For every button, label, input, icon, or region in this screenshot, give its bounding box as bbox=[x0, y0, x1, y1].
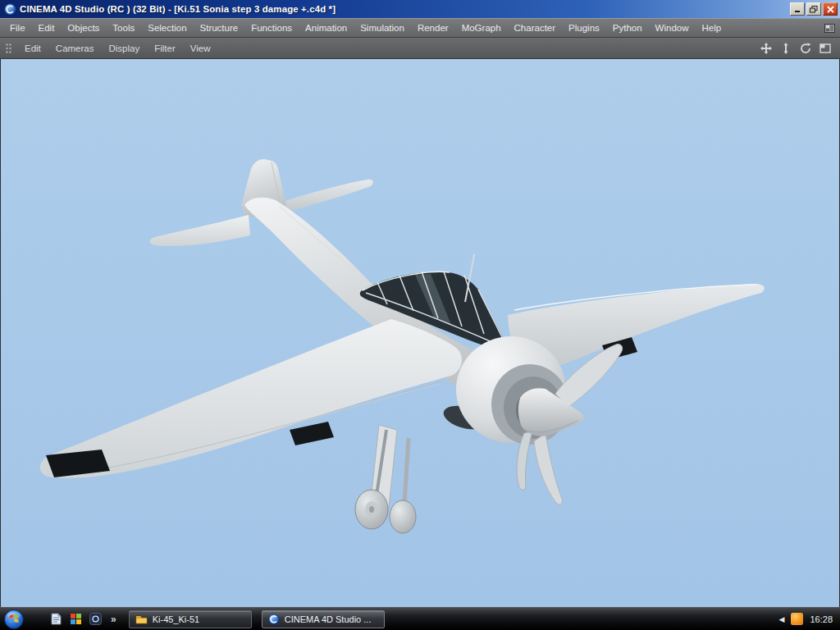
viewport-pan-icon[interactable] bbox=[759, 41, 773, 55]
taskbar: » Ki-45_Ki-51 CINEMA 4D Studio ... ◀ 16:… bbox=[0, 607, 840, 630]
menu-file[interactable]: File bbox=[3, 20, 32, 36]
menu-help[interactable]: Help bbox=[696, 20, 728, 36]
quick-launch-colored-app-icon[interactable] bbox=[69, 612, 83, 626]
menu-python[interactable]: Python bbox=[606, 20, 649, 36]
menu-simulation[interactable]: Simulation bbox=[354, 20, 411, 36]
viewport-menu-bar: Edit Cameras Display Filter View bbox=[0, 38, 840, 59]
menu-selection[interactable]: Selection bbox=[141, 20, 193, 36]
menu-objects[interactable]: Objects bbox=[61, 20, 106, 36]
aircraft-left-wing bbox=[40, 319, 462, 478]
vp-menu-display[interactable]: Display bbox=[101, 40, 147, 57]
quick-launch-overflow-icon[interactable]: » bbox=[108, 614, 119, 625]
quick-launch-document-icon[interactable] bbox=[49, 612, 63, 626]
menu-structure[interactable]: Structure bbox=[194, 20, 245, 36]
vp-menu-edit[interactable]: Edit bbox=[17, 40, 48, 57]
menu-plugins[interactable]: Plugins bbox=[562, 20, 606, 36]
close-button[interactable] bbox=[823, 2, 838, 16]
vp-menu-filter[interactable]: Filter bbox=[147, 40, 183, 57]
menu-functions[interactable]: Functions bbox=[244, 20, 299, 36]
viewport-toggle-icon[interactable] bbox=[818, 41, 832, 55]
minimize-button[interactable] bbox=[790, 2, 805, 16]
task-label: CINEMA 4D Studio ... bbox=[285, 614, 372, 624]
viewport-controls bbox=[759, 41, 835, 55]
taskbar-item-cinema4d[interactable]: CINEMA 4D Studio ... bbox=[262, 610, 385, 628]
taskbar-item-folder[interactable]: Ki-45_Ki-51 bbox=[129, 610, 252, 628]
main-menu-bar: File Edit Objects Tools Selection Struct… bbox=[0, 18, 840, 38]
vp-menu-cameras[interactable]: Cameras bbox=[48, 40, 102, 57]
restore-button[interactable] bbox=[806, 2, 821, 16]
viewport-rotate-icon[interactable] bbox=[798, 41, 812, 55]
quick-launch-dark-app-icon[interactable] bbox=[89, 612, 103, 626]
task-label: Ki-45_Ki-51 bbox=[153, 614, 199, 624]
aircraft-render bbox=[1, 59, 840, 607]
menu-character[interactable]: Character bbox=[508, 20, 563, 36]
layout-switch-icon[interactable] bbox=[824, 24, 837, 33]
viewport-3d[interactable] bbox=[0, 59, 840, 607]
quick-launch-bar: » bbox=[49, 612, 119, 626]
cinema4d-task-icon bbox=[268, 614, 280, 625]
taskbar-clock: 16:28 bbox=[810, 614, 833, 624]
restore-icon bbox=[810, 6, 818, 13]
viewport-dolly-icon[interactable] bbox=[778, 41, 792, 55]
tray-expand-icon[interactable]: ◀ bbox=[779, 615, 785, 623]
title-bar[interactable]: CINEMA 4D Studio (RC ) (32 Bit) - [Ki.51… bbox=[0, 0, 840, 18]
close-icon bbox=[827, 6, 834, 13]
menu-window[interactable]: Window bbox=[649, 20, 696, 36]
menu-render[interactable]: Render bbox=[411, 20, 455, 36]
cinema4d-app-icon bbox=[4, 3, 16, 16]
system-tray: ◀ 16:28 bbox=[779, 613, 840, 625]
window-title: CINEMA 4D Studio (RC ) (32 Bit) - [Ki.51… bbox=[20, 4, 788, 14]
aircraft-landing-gear bbox=[355, 425, 416, 533]
windows-orb-icon bbox=[3, 609, 25, 630]
folder-icon bbox=[135, 614, 148, 624]
menu-tools[interactable]: Tools bbox=[106, 20, 141, 36]
vp-menu-view[interactable]: View bbox=[183, 40, 218, 57]
menu-edit[interactable]: Edit bbox=[32, 20, 62, 36]
menu-mograph[interactable]: MoGraph bbox=[455, 20, 508, 36]
desktop: CINEMA 4D Studio (RC ) (32 Bit) - [Ki.51… bbox=[0, 0, 840, 630]
start-button[interactable] bbox=[0, 608, 28, 630]
panel-grip-icon[interactable] bbox=[5, 43, 12, 54]
minimize-icon bbox=[794, 6, 801, 13]
tray-notification-icon[interactable] bbox=[791, 613, 803, 625]
menu-animation[interactable]: Animation bbox=[299, 20, 354, 36]
wing-root-damage-patch bbox=[290, 422, 334, 445]
